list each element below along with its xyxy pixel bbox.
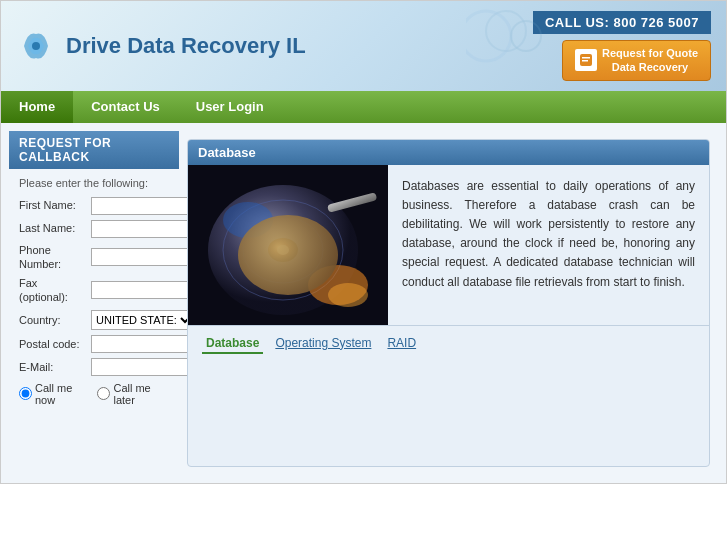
form-note: Please enter the following:	[19, 177, 169, 189]
svg-point-0	[32, 42, 40, 50]
radio-call-now[interactable]: Call me now	[19, 382, 89, 406]
svg-point-12	[277, 245, 289, 255]
last-name-label: Last Name:	[19, 221, 87, 235]
country-select[interactable]: UNITED STATE: CANADA UK OTHER	[91, 310, 194, 330]
logo-icon	[16, 26, 56, 66]
feature-text: Databases are essential to daily operati…	[388, 165, 709, 325]
deco-decoration	[466, 6, 546, 66]
nav-item-contact[interactable]: Contact Us	[73, 91, 178, 123]
feature-header: Database	[188, 140, 709, 165]
radio-call-later-label: Call me later	[113, 382, 169, 406]
tab-raid[interactable]: RAID	[383, 334, 420, 354]
feature-tabs: Database Operating System RAID	[188, 325, 709, 362]
radio-call-later-input[interactable]	[97, 387, 110, 400]
page-wrapper: Drive Data Recovery IL CALL US: 800 726 …	[0, 0, 727, 484]
radio-call-now-input[interactable]	[19, 387, 32, 400]
callback-section: REQUEST FOR CALLBACK Please enter the fo…	[9, 131, 179, 414]
first-name-label: First Name:	[19, 198, 87, 212]
callback-header: REQUEST FOR CALLBACK	[9, 131, 179, 169]
nav-item-login[interactable]: User Login	[178, 91, 282, 123]
tab-operating-system[interactable]: Operating System	[271, 334, 375, 354]
header-right: CALL US: 800 726 5007 Request for Quote …	[533, 11, 711, 81]
request-quote-button[interactable]: Request for Quote Data Recovery	[562, 40, 711, 81]
left-column: REQUEST FOR CALLBACK Please enter the fo…	[9, 131, 179, 475]
svg-point-1	[466, 11, 511, 61]
last-name-row: Last Name:	[19, 220, 169, 238]
radio-call-later[interactable]: Call me later	[97, 382, 169, 406]
fax-row: Fax (optional):	[19, 276, 169, 305]
country-row: Country: UNITED STATE: CANADA UK OTHER	[19, 310, 169, 330]
radio-group: Call me now Call me later	[19, 382, 169, 406]
navigation: Home Contact Us User Login	[1, 91, 726, 123]
request-btn-text: Request for Quote Data Recovery	[602, 46, 698, 75]
country-label: Country:	[19, 313, 87, 327]
phone-row: Phone Number:	[19, 243, 169, 272]
first-name-row: First Name:	[19, 197, 169, 215]
site-title: Drive Data Recovery IL	[66, 33, 306, 59]
svg-point-2	[486, 11, 526, 51]
svg-rect-5	[582, 57, 590, 59]
feature-image	[188, 165, 388, 325]
svg-point-15	[328, 283, 368, 307]
svg-point-10	[243, 217, 323, 283]
fax-label: Fax (optional):	[19, 276, 87, 305]
content-area: REQUEST FOR CALLBACK Please enter the fo…	[1, 123, 726, 483]
svg-point-11	[268, 238, 298, 262]
feature-body: Databases are essential to daily operati…	[188, 165, 709, 325]
callback-form: Please enter the following: First Name: …	[9, 169, 179, 414]
email-row: E-Mail:	[19, 358, 169, 376]
postal-label: Postal code:	[19, 337, 87, 351]
header: Drive Data Recovery IL CALL US: 800 726 …	[1, 1, 726, 91]
phone-label: Phone Number:	[19, 243, 87, 272]
email-label: E-Mail:	[19, 360, 87, 374]
feature-section: Database	[187, 139, 710, 467]
postal-row: Postal code:	[19, 335, 169, 353]
quote-icon	[575, 49, 597, 71]
svg-point-16	[223, 202, 273, 238]
radio-call-now-label: Call me now	[35, 382, 89, 406]
svg-rect-6	[582, 60, 588, 62]
tab-database[interactable]: Database	[202, 334, 263, 354]
logo-area: Drive Data Recovery IL	[16, 26, 306, 66]
nav-item-home[interactable]: Home	[1, 91, 73, 123]
call-us-label: CALL US: 800 726 5007	[533, 11, 711, 34]
